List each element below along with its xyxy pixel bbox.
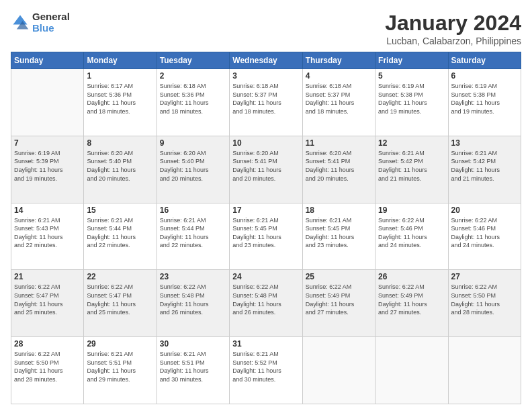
calendar-cell: 3Sunrise: 6:18 AM Sunset: 5:37 PM Daylig… [230,69,302,136]
day-number: 9 [160,138,226,148]
calendar-cell [448,337,521,404]
day-detail: Sunrise: 6:22 AM Sunset: 5:48 PM Dayligh… [232,283,299,316]
calendar-body: 1Sunrise: 6:17 AM Sunset: 5:36 PM Daylig… [11,69,521,404]
calendar-cell: 6Sunrise: 6:19 AM Sunset: 5:38 PM Daylig… [448,69,521,136]
day-detail: Sunrise: 6:20 AM Sunset: 5:41 PM Dayligh… [232,149,299,183]
day-number: 5 [378,71,445,81]
calendar-week-row: 28Sunrise: 6:22 AM Sunset: 5:50 PM Dayli… [11,337,521,404]
calendar-table: SundayMondayTuesdayWednesdayThursdayFrid… [11,52,521,404]
day-detail: Sunrise: 6:22 AM Sunset: 5:46 PM Dayligh… [451,216,518,250]
day-detail: Sunrise: 6:22 AM Sunset: 5:49 PM Dayligh… [378,283,445,316]
day-number: 7 [14,138,81,148]
day-detail: Sunrise: 6:22 AM Sunset: 5:49 PM Dayligh… [306,283,372,316]
calendar-cell: 9Sunrise: 6:20 AM Sunset: 5:40 PM Daylig… [157,136,229,203]
day-number: 16 [160,205,226,215]
day-detail: Sunrise: 6:21 AM Sunset: 5:42 PM Dayligh… [378,149,445,183]
day-detail: Sunrise: 6:21 AM Sunset: 5:44 PM Dayligh… [87,216,153,250]
calendar-week-row: 1Sunrise: 6:17 AM Sunset: 5:36 PM Daylig… [11,69,521,136]
weekday-header: Tuesday [157,52,229,69]
day-number: 21 [14,272,81,281]
day-number: 22 [87,272,153,281]
calendar-cell: 1Sunrise: 6:17 AM Sunset: 5:36 PM Daylig… [84,69,157,136]
calendar-cell: 11Sunrise: 6:20 AM Sunset: 5:41 PM Dayli… [302,136,375,203]
day-number: 1 [87,71,153,81]
page: General Blue January 2024 Lucban, Calaba… [0,0,532,411]
day-detail: Sunrise: 6:21 AM Sunset: 5:43 PM Dayligh… [14,216,81,250]
day-number: 27 [451,272,518,281]
weekday-header: Friday [375,52,448,69]
day-number: 13 [451,138,518,148]
day-detail: Sunrise: 6:22 AM Sunset: 5:47 PM Dayligh… [87,283,153,316]
day-number: 8 [87,138,153,148]
calendar-cell: 28Sunrise: 6:22 AM Sunset: 5:50 PM Dayli… [11,337,84,404]
day-detail: Sunrise: 6:21 AM Sunset: 5:42 PM Dayligh… [451,149,518,183]
day-number: 12 [378,138,445,148]
day-number: 2 [160,71,226,81]
day-number: 6 [451,71,518,81]
weekday-header: Thursday [302,52,375,69]
day-number: 15 [87,205,153,215]
calendar-cell: 7Sunrise: 6:19 AM Sunset: 5:39 PM Daylig… [11,136,84,203]
day-number: 23 [160,272,226,281]
title-block: January 2024 Lucban, Calabarzon, Philipp… [385,11,521,46]
svg-marker-0 [13,15,28,25]
day-detail: Sunrise: 6:21 AM Sunset: 5:45 PM Dayligh… [232,216,299,250]
day-detail: Sunrise: 6:20 AM Sunset: 5:40 PM Dayligh… [160,149,226,183]
logo-icon [11,13,30,32]
calendar-cell: 25Sunrise: 6:22 AM Sunset: 5:49 PM Dayli… [302,270,375,337]
day-detail: Sunrise: 6:21 AM Sunset: 5:51 PM Dayligh… [87,350,153,383]
calendar-cell: 8Sunrise: 6:20 AM Sunset: 5:40 PM Daylig… [84,136,157,203]
calendar-cell: 23Sunrise: 6:22 AM Sunset: 5:48 PM Dayli… [157,270,229,337]
calendar-cell: 12Sunrise: 6:21 AM Sunset: 5:42 PM Dayli… [375,136,448,203]
calendar-cell: 24Sunrise: 6:22 AM Sunset: 5:48 PM Dayli… [230,270,302,337]
day-detail: Sunrise: 6:17 AM Sunset: 5:36 PM Dayligh… [87,82,153,116]
weekday-header: Sunday [11,52,84,69]
day-detail: Sunrise: 6:21 AM Sunset: 5:51 PM Dayligh… [160,350,226,383]
day-detail: Sunrise: 6:22 AM Sunset: 5:50 PM Dayligh… [451,283,518,316]
day-number: 25 [306,272,372,281]
day-detail: Sunrise: 6:21 AM Sunset: 5:44 PM Dayligh… [160,216,226,250]
day-number: 17 [232,205,299,215]
calendar-cell [375,337,448,404]
calendar-week-row: 7Sunrise: 6:19 AM Sunset: 5:39 PM Daylig… [11,136,521,203]
day-number: 24 [232,272,299,281]
calendar-cell [11,69,84,136]
day-detail: Sunrise: 6:22 AM Sunset: 5:47 PM Dayligh… [14,283,81,316]
day-number: 4 [306,71,372,81]
weekday-header: Saturday [448,52,521,69]
day-number: 19 [378,205,445,215]
day-detail: Sunrise: 6:20 AM Sunset: 5:41 PM Dayligh… [306,149,372,183]
calendar-cell: 13Sunrise: 6:21 AM Sunset: 5:42 PM Dayli… [448,136,521,203]
calendar-cell: 2Sunrise: 6:18 AM Sunset: 5:36 PM Daylig… [157,69,229,136]
header: General Blue January 2024 Lucban, Calaba… [11,11,521,46]
calendar-cell: 4Sunrise: 6:18 AM Sunset: 5:37 PM Daylig… [302,69,375,136]
calendar-cell: 19Sunrise: 6:22 AM Sunset: 5:46 PM Dayli… [375,203,448,270]
weekday-header: Wednesday [230,52,302,69]
calendar-cell: 22Sunrise: 6:22 AM Sunset: 5:47 PM Dayli… [84,270,157,337]
day-detail: Sunrise: 6:19 AM Sunset: 5:38 PM Dayligh… [451,82,518,116]
calendar-cell: 10Sunrise: 6:20 AM Sunset: 5:41 PM Dayli… [230,136,302,203]
day-detail: Sunrise: 6:22 AM Sunset: 5:48 PM Dayligh… [160,283,226,316]
day-detail: Sunrise: 6:20 AM Sunset: 5:40 PM Dayligh… [87,149,153,183]
location: Lucban, Calabarzon, Philippines [385,36,521,46]
calendar-cell: 18Sunrise: 6:21 AM Sunset: 5:45 PM Dayli… [302,203,375,270]
day-number: 28 [14,339,81,349]
calendar-cell: 14Sunrise: 6:21 AM Sunset: 5:43 PM Dayli… [11,203,84,270]
day-number: 11 [306,138,372,148]
day-detail: Sunrise: 6:21 AM Sunset: 5:52 PM Dayligh… [232,350,299,383]
day-number: 10 [232,138,299,148]
calendar-week-row: 14Sunrise: 6:21 AM Sunset: 5:43 PM Dayli… [11,203,521,270]
calendar-cell: 15Sunrise: 6:21 AM Sunset: 5:44 PM Dayli… [84,203,157,270]
day-number: 3 [232,71,299,81]
calendar-cell: 27Sunrise: 6:22 AM Sunset: 5:50 PM Dayli… [448,270,521,337]
day-detail: Sunrise: 6:22 AM Sunset: 5:46 PM Dayligh… [378,216,445,250]
calendar-week-row: 21Sunrise: 6:22 AM Sunset: 5:47 PM Dayli… [11,270,521,337]
day-detail: Sunrise: 6:18 AM Sunset: 5:37 PM Dayligh… [306,82,372,116]
calendar-cell: 29Sunrise: 6:21 AM Sunset: 5:51 PM Dayli… [84,337,157,404]
calendar-cell: 31Sunrise: 6:21 AM Sunset: 5:52 PM Dayli… [230,337,302,404]
day-detail: Sunrise: 6:22 AM Sunset: 5:50 PM Dayligh… [14,350,81,383]
day-number: 30 [160,339,226,349]
calendar-cell [302,337,375,404]
calendar-cell: 5Sunrise: 6:19 AM Sunset: 5:38 PM Daylig… [375,69,448,136]
day-number: 14 [14,205,81,215]
